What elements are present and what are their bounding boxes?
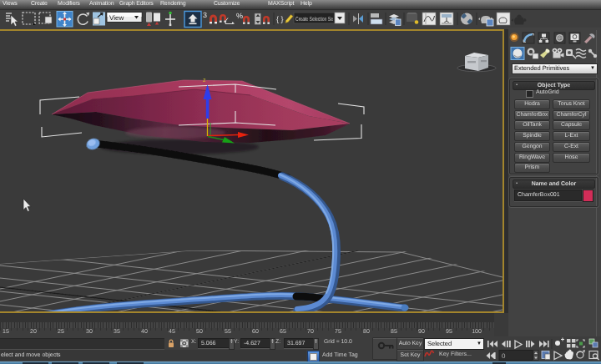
svg-text:{: { bbox=[276, 15, 279, 23]
svg-text:%: % bbox=[236, 12, 243, 20]
svg-text:3: 3 bbox=[203, 11, 207, 19]
svg-text:View: View bbox=[109, 14, 124, 22]
svg-text:S: S bbox=[558, 37, 562, 42]
svg-text:Create Selection Se: Create Selection Se bbox=[295, 16, 333, 23]
svg-text:0: 0 bbox=[502, 352, 506, 360]
svg-text:z: z bbox=[203, 78, 206, 83]
svg-text:}: } bbox=[281, 15, 284, 23]
